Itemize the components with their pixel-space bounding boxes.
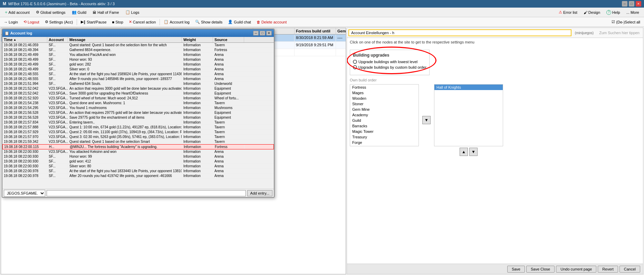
revert-button[interactable]: Revert [598, 266, 618, 273]
radio-option-lowest[interactable]: Upgrade buildings with lowest level [353, 60, 426, 64]
left-build-list-item[interactable]: Gem Mine [350, 107, 419, 112]
delete-account-icon: 🗑 [257, 20, 260, 24]
radio-custom-input[interactable] [353, 65, 357, 69]
log-row[interactable]: 19.08.18 08:21:54.295 V23.SFGA... You fo… [2, 106, 274, 110]
left-build-list-item[interactable]: Academy [350, 112, 419, 118]
restore-button[interactable]: □ [629, 1, 634, 7]
log-cell-weight: Information [182, 91, 213, 96]
log-row[interactable]: 19.08.18 08:22:00.930 SF... Silver won: … [2, 164, 274, 169]
radio-lowest-label: Upgrade buildings with lowest level [358, 60, 417, 64]
log-row[interactable]: 19.08.18 08:21:49.499 SF... You attacked… [2, 52, 274, 57]
menu-error-list[interactable]: ⚠ Error list [556, 9, 580, 16]
menu-help[interactable]: ? Help [604, 9, 623, 16]
log-row[interactable]: 19.08.18 08:21:54.238 V23.SFGA... Quest … [2, 101, 274, 106]
log-row[interactable]: 19.08.18 08:21:52.042 V23.SFGA... An act… [2, 86, 274, 91]
menu-guild[interactable]: 👥 Guild [69, 9, 89, 16]
log-row[interactable]: 19.08.18 08:21:57.970 V23.SFGA... Quest … [2, 135, 274, 139]
left-build-list-item[interactable]: Wall [350, 145, 419, 146]
left-build-list-item[interactable]: Guild [350, 118, 419, 123]
log-cell-time: 19.08.18 08:21:52.920 [2, 96, 47, 100]
log-row[interactable]: 19.08.18 08:22:00.115 H... @MINJU... The… [2, 144, 274, 149]
logout-button[interactable]: ⟲ Logout [21, 19, 42, 25]
log-row[interactable]: 19.08.18 08:21:57.929 V23.SFGA... Quest … [2, 130, 274, 135]
log-bottom-bar: JEGOS.SFGAME.ES Add entry... [2, 189, 274, 197]
menu-global-settings[interactable]: ⚙ Global settings [33, 9, 68, 16]
log-col-time[interactable]: Time ▲ [2, 37, 47, 42]
log-row[interactable]: 19.08.18 08:21:51.994 SF... Gathered 634… [2, 81, 274, 86]
left-build-list-item[interactable]: Barracks [350, 123, 419, 129]
left-build-list-item[interactable]: Forge [350, 140, 419, 145]
menu-hall-of-fame[interactable]: 🏛 Hall of Fame [90, 9, 122, 16]
log-row[interactable]: 19.08.18 08:21:46.059 SF... Quest starte… [2, 43, 274, 48]
acc-settings-input[interactable] [348, 29, 571, 36]
stop-button[interactable]: ■ Stop [110, 19, 126, 25]
login-button[interactable]: → Login [1, 19, 20, 25]
log-row[interactable]: 19.08.18 08:21:57.834 V23.SFGA... Enteri… [2, 120, 274, 125]
log-row[interactable]: 19.08.18 08:21:56.528 V23.SFGA... Save 2… [2, 115, 274, 120]
log-cell-time: 19.08.18 08:21:49.499 [2, 67, 47, 71]
delete-account-button[interactable]: 🗑 Delete account [254, 19, 289, 25]
settings-acc-button[interactable]: ⚙ Settings (Acc) [42, 19, 75, 25]
log-row[interactable]: 19.08.18 08:22:00.978 SF... After 20 rou… [2, 174, 274, 178]
start-pause-button[interactable]: ▶‖ Start/Pause [78, 19, 109, 25]
log-row[interactable]: 19.08.18 08:21:59.342 V23.SFGA... Quest … [2, 139, 274, 144]
right-build-list[interactable]: Hall of Knights [434, 84, 503, 146]
menu-logs[interactable]: 📋 Logs [123, 9, 142, 16]
move-down-button[interactable]: ▼ [469, 148, 478, 156]
log-cell-message: An action that requires 3000 gold will b… [68, 86, 182, 91]
menu-add-account-label: Add account [9, 10, 30, 14]
log-row[interactable]: 19.08.18 08:21:48.555 SF... At the start… [2, 72, 274, 77]
menu-more[interactable]: ... More [624, 9, 642, 16]
log-row[interactable]: 19.08.18 08:21:49.499 SF... gold won: 28… [2, 62, 274, 67]
log-table-body[interactable]: 19.08.18 08:21:46.059 SF... Quest starte… [2, 43, 274, 189]
show-details-button[interactable]: 🔍 Show details [193, 19, 225, 25]
menu-add-account[interactable]: + Add account [2, 9, 32, 16]
log-row[interactable]: 19.08.18 08:22:00.930 V23.SFGA... You at… [2, 149, 274, 154]
win-close-btn[interactable]: ✕ [266, 31, 272, 36]
log-row[interactable]: 19.08.18 08:22:00.930 SF... Honor won: 9… [2, 154, 274, 159]
left-build-list-item[interactable]: Mages [350, 90, 419, 96]
deselect-all-button[interactable]: ☑ (De-)Select all [609, 19, 643, 25]
left-build-list[interactable]: FortressMagesWoodenStonerGem MineAcademy… [350, 84, 419, 146]
move-up-button[interactable]: ▲ [460, 148, 468, 156]
guild-chat-button[interactable]: 👤 Guild chat [225, 19, 253, 25]
log-row[interactable]: 19.08.18 08:21:48.555 SF... After 9 roun… [2, 77, 274, 81]
log-row[interactable]: 19.08.18 08:21:52.920 V23.SFGA... Turned… [2, 96, 274, 101]
minimize-button[interactable]: ─ [622, 1, 627, 7]
left-build-list-item[interactable]: Wooden [350, 96, 419, 101]
account-filter-dropdown[interactable]: JEGOS.SFGAME.ES [4, 190, 45, 197]
log-row[interactable]: 19.08.18 08:21:57.888 V23.SFGA... Quest … [2, 125, 274, 130]
log-row[interactable]: 19.08.18 08:21:56.528 V23.SFGA... An act… [2, 110, 274, 115]
show-details-icon: 🔍 [195, 20, 200, 24]
radio-lowest-input[interactable] [353, 60, 357, 64]
right-build-list-item[interactable]: Hall of Knights [434, 85, 503, 90]
left-build-list-item[interactable]: Stoner [350, 101, 419, 107]
cancel-action-button[interactable]: ✕ Cancel action [126, 19, 158, 25]
close-button[interactable]: ✕ [636, 1, 641, 7]
log-search-input[interactable] [47, 190, 246, 196]
menu-design-label: Design [588, 10, 600, 14]
log-row[interactable]: 19.08.18 08:21:49.394 SF... Gathered 883… [2, 48, 274, 52]
save-close-button[interactable]: Save Close [526, 266, 555, 273]
menu-design[interactable]: 🖌 Design [581, 9, 603, 16]
add-entry-button[interactable]: Add entry... [247, 190, 272, 196]
move-right-button[interactable]: ▼ [422, 116, 431, 124]
log-row[interactable]: 19.08.18 08:21:52.042 V23.SFGA... Save 3… [2, 91, 274, 96]
log-row[interactable]: 19.08.18 08:22:00.930 SF... gold won: 41… [2, 159, 274, 164]
undo-current-page-button[interactable]: Undo current page [556, 266, 596, 273]
log-cell-source: Arena [213, 154, 244, 159]
win-restore-btn[interactable]: □ [260, 31, 265, 36]
log-row[interactable]: 19.08.18 08:22:00.978 SF... At the start… [2, 169, 274, 174]
save-button[interactable]: Save [507, 266, 525, 273]
left-build-list-item[interactable]: Fortress [350, 85, 419, 90]
log-row[interactable]: 19.08.18 08:21:49.499 SF... Silver won: … [2, 67, 274, 72]
log-cell-time: 19.08.18 08:22:00.115 [3, 145, 48, 149]
left-build-list-item[interactable]: Treasury [350, 134, 419, 140]
cancel-button[interactable]: Cancel [619, 266, 640, 273]
win-minimize-btn[interactable]: ─ [253, 31, 259, 36]
radio-option-custom[interactable]: Upgrade buildings by custom build order [353, 65, 426, 69]
log-row[interactable]: 19.08.18 08:21:49.499 SF... Honor won: 9… [2, 57, 274, 62]
account-log-button[interactable]: 📋 Account log [161, 19, 192, 25]
account-log-title: 📋 Account log [4, 31, 32, 36]
left-build-list-item[interactable]: Magic Tower [350, 129, 419, 134]
